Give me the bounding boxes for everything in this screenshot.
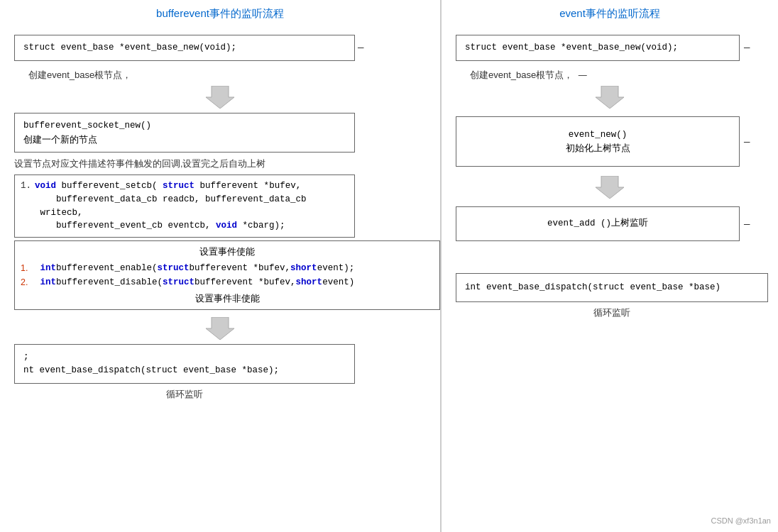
right-box2-line2: 初始化上树节点	[466, 142, 729, 155]
right-arrow-down-2	[456, 176, 764, 199]
left-desc4: 设置事件非使能	[21, 292, 434, 305]
minus-icon-1: —	[358, 42, 363, 53]
left-box3: 1. void bufferevent_setcb( struct buffer…	[14, 174, 355, 238]
left-box5-line1: ;	[23, 350, 346, 364]
diagram-container: bufferevent事件的监听流程 struct event_base *ev…	[0, 0, 778, 532]
left-box1-code: struct event_base *event_base_new(void);	[23, 43, 236, 52]
right-box4-line1: int event_base_dispatch(struct event_bas…	[465, 281, 759, 294]
svg-marker-2	[596, 86, 624, 109]
left-box4: 设置事件使能 1. int bufferevent_enable( struct…	[14, 240, 440, 310]
left-title: bufferevent事件的监听流程	[14, 7, 426, 21]
right-title: event事件的监听流程	[456, 7, 764, 21]
right-box3: event_add ()上树监听	[456, 206, 740, 241]
right-panel: event事件的监听流程 struct event_base *event_ba…	[440, 0, 778, 532]
left-box5: ; nt event_base_dispatch(struct event_ba…	[14, 344, 355, 384]
minus-icon-3: —	[744, 136, 750, 148]
left-desc3: 设置事件使能	[21, 245, 434, 258]
right-box4: int event_base_dispatch(struct event_bas…	[456, 273, 768, 302]
left-desc1: 创建event_base根节点，	[28, 69, 426, 82]
left-box5-line2: nt event_base_dispatch(struct event_base…	[23, 364, 346, 377]
left-box2-line1: bufferevent_socket_new()	[23, 119, 346, 133]
right-box2: event_new() 初始化上树节点	[456, 116, 740, 167]
arrow-down-1	[14, 86, 426, 109]
right-box3-line1: event_add ()上树监听	[466, 217, 729, 231]
left-panel: bufferevent事件的监听流程 struct event_base *ev…	[0, 0, 440, 532]
left-desc2: 设置节点对应文件描述符事件触发的回调,设置完之后自动上树	[14, 158, 426, 170]
left-box1: struct event_base *event_base_new(void);	[14, 35, 355, 61]
svg-marker-3	[596, 176, 624, 199]
list-item-1: 1. void bufferevent_setcb( struct buffer…	[21, 179, 349, 233]
right-arrow-down-1	[456, 86, 764, 109]
right-desc1: 创建event_base根节点， —	[470, 69, 764, 82]
left-desc5: 循环监听	[14, 388, 355, 401]
minus-icon-4: —	[744, 218, 750, 230]
right-box1-code: struct event_base *event_base_new(void);	[465, 43, 678, 52]
right-box2-line1: event_new()	[466, 128, 729, 142]
list-item-2: 1. int bufferevent_enable( struct buffer…	[21, 261, 434, 275]
right-box1: struct event_base *event_base_new(void);	[456, 35, 740, 61]
svg-marker-0	[206, 86, 234, 109]
left-box2: bufferevent_socket_new() 创建一个新的节点	[14, 113, 355, 153]
watermark: CSDN @xf3n1an	[711, 516, 771, 525]
minus-icon-2: —	[744, 42, 750, 53]
svg-marker-1	[206, 317, 234, 340]
right-desc4: 循环监听	[456, 306, 768, 319]
list-item-3: 2. int bufferevent_disable( struct buffe…	[21, 275, 434, 289]
left-box2-line2: 创建一个新的节点	[23, 133, 346, 147]
arrow-down-2	[14, 317, 426, 340]
